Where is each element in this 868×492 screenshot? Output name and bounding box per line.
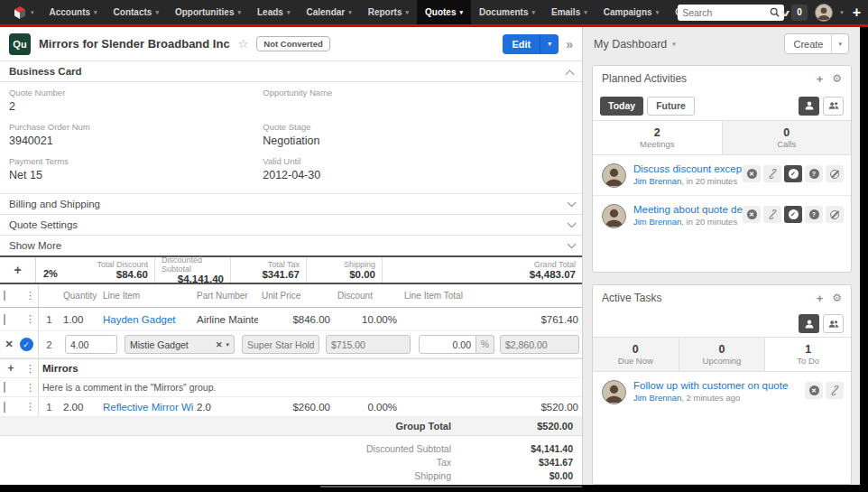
assignee-link[interactable]: Jim Brennan [633, 393, 681, 403]
nav-item-leads[interactable]: Leads▾ [249, 0, 298, 24]
kebab-menu-icon[interactable]: ⋮ [22, 363, 38, 375]
line-item-link[interactable]: Reflective Mirror Widget [103, 402, 193, 413]
comment-text: Here is a comment in the "Mirrors" group… [38, 378, 582, 396]
kebab-menu-icon[interactable]: ⋮ [22, 290, 38, 302]
create-button[interactable]: Create ▾ [784, 33, 849, 54]
user-avatar[interactable] [815, 4, 833, 22]
unlink-button[interactable] [763, 165, 781, 182]
edit-button[interactable]: Edit ▾ [503, 34, 559, 54]
add-row-plus-icon[interactable]: + [0, 362, 22, 375]
field-quote-stage: Quote Stage Negotiation [263, 122, 573, 148]
filter-today-button[interactable]: Today [600, 97, 643, 116]
nav-item-quotes[interactable]: Quotes▾ [417, 0, 471, 24]
show-more-panel-header[interactable]: Show More [0, 235, 582, 255]
caret-down-icon: ▾ [672, 41, 676, 48]
row-checkbox[interactable] [4, 382, 5, 393]
search-input[interactable] [682, 7, 770, 18]
rsvp-accept-button[interactable]: ✓ [784, 206, 802, 223]
task-link[interactable]: Follow up with customer on quote [633, 380, 805, 391]
select-all-checkbox[interactable] [4, 291, 5, 301]
total-tax-cell: Total Tax $341.67 [231, 257, 307, 283]
gear-icon[interactable]: ⚙ [832, 72, 842, 85]
tab-calls[interactable]: 0 Calls [722, 121, 852, 154]
rsvp-tentative-button[interactable]: ? [805, 165, 823, 182]
row-checkbox[interactable] [4, 314, 5, 325]
list-item: Meeting about quote details. Jim Brennan… [593, 196, 851, 236]
quick-add-plus-icon[interactable]: + [851, 5, 863, 21]
discount-unit-addon[interactable]: % [476, 335, 494, 354]
tab-to-do[interactable]: 1 To Do [764, 338, 851, 371]
kebab-menu-icon[interactable]: ⋮ [22, 313, 38, 325]
app-logo[interactable]: ▾ [5, 0, 42, 24]
caret-down-icon[interactable]: ▾ [831, 34, 848, 53]
chevron-down-icon[interactable] [568, 198, 577, 207]
collapse-panel-chevrons-icon[interactable]: » [566, 37, 573, 51]
add-icon[interactable]: + [817, 292, 824, 305]
nav-item-emails[interactable]: Emails▾ [543, 0, 596, 24]
nav-more-chevron-icon[interactable]: v [767, 7, 805, 18]
kebab-menu-icon[interactable]: ⋮ [22, 401, 38, 413]
unlink-button[interactable] [826, 382, 844, 399]
quantity-input[interactable] [65, 335, 117, 354]
nav-item-calendar[interactable]: Calendar▾ [298, 0, 359, 24]
close-activity-button[interactable]: ✕ [743, 165, 761, 182]
tab-due-now[interactable]: 0 Due Now [593, 338, 679, 371]
nav-item-accounts[interactable]: Accounts▾ [42, 0, 106, 24]
tab-meetings[interactable]: 2 Meetings [593, 121, 722, 154]
assignee-link[interactable]: Jim Brennan [633, 176, 681, 186]
my-items-button[interactable] [799, 97, 819, 116]
col-discount: Discount [334, 291, 401, 301]
activity-link[interactable]: Discuss discount exception [633, 163, 743, 174]
filter-future-button[interactable]: Future [647, 97, 695, 116]
team-items-button[interactable] [823, 314, 844, 333]
assignee-link[interactable]: Jim Brennan [633, 217, 681, 227]
rsvp-decline-button[interactable] [826, 165, 844, 182]
unlink-button[interactable] [763, 206, 781, 223]
activity-link[interactable]: Meeting about quote details. [633, 204, 743, 215]
top-navbar: ▾ Accounts▾ Contacts▾ Opportunities▾ Lea… [0, 0, 868, 24]
chevron-down-icon[interactable] [568, 239, 577, 248]
table-row: ⋮ 1 2.00 Reflective Mirror Widget 2.0 $2… [0, 397, 582, 417]
status-badge: Not Converted [256, 36, 329, 51]
clear-selection-icon[interactable]: ✕ [216, 340, 223, 349]
line-item-link[interactable]: Hayden Gadget [103, 314, 176, 325]
avatar [602, 163, 626, 188]
tab-upcoming[interactable]: 0 Upcoming [679, 338, 765, 371]
dashboard-title-dropdown[interactable]: My Dashboard ▾ [594, 38, 676, 51]
part-number-value: Airline Maintenance C... [193, 314, 258, 325]
nav-item-documents[interactable]: Documents▾ [471, 0, 543, 24]
business-card-panel-header[interactable]: Business Card [0, 61, 582, 82]
confirm-edit-icon[interactable]: ✓ [20, 338, 33, 351]
line-item-select[interactable]: Mistie Gadget ✕ ▾ [125, 335, 235, 354]
close-activity-button[interactable]: ✕ [743, 206, 761, 223]
caret-down-icon[interactable]: ▾ [540, 34, 559, 54]
field-quote-number: Quote Number 2 [9, 88, 263, 114]
nav-item-reports[interactable]: Reports▾ [360, 0, 417, 24]
quote-settings-panel-header[interactable]: Quote Settings [0, 214, 582, 235]
gear-icon[interactable]: ⚙ [832, 292, 842, 304]
cancel-edit-icon[interactable]: ✕ [5, 339, 13, 350]
nav-item-contacts[interactable]: Contacts▾ [106, 0, 167, 24]
close-task-button[interactable]: ✕ [805, 382, 823, 399]
nav-item-opportunities[interactable]: Opportunities▾ [167, 0, 249, 24]
favorite-star-icon[interactable]: ☆ [238, 37, 249, 51]
person-icon [804, 319, 815, 330]
caret-down-icon[interactable]: ▾ [840, 9, 844, 16]
my-items-button[interactable] [799, 314, 819, 333]
add-group-button[interactable]: + [0, 257, 36, 283]
rsvp-decline-button[interactable] [826, 206, 844, 223]
rsvp-accept-button[interactable]: ✓ [784, 165, 802, 182]
rsvp-tentative-button[interactable]: ? [805, 206, 823, 223]
add-icon[interactable]: + [817, 72, 824, 86]
discount-input[interactable] [419, 335, 476, 354]
kebab-menu-icon[interactable]: ⋮ [22, 382, 38, 394]
row-checkbox[interactable] [4, 402, 5, 413]
unit-price-value: $260.00 [258, 402, 334, 413]
col-part-number: Part Number [193, 291, 258, 301]
nav-item-campaigns[interactable]: Campaigns▾ [596, 0, 667, 24]
billing-and-shipping-panel-header[interactable]: Billing and Shipping [0, 193, 582, 214]
summary-divider [320, 486, 582, 487]
chevron-up-icon[interactable] [566, 70, 575, 79]
team-items-button[interactable] [823, 97, 844, 116]
chevron-down-icon[interactable] [568, 218, 577, 227]
